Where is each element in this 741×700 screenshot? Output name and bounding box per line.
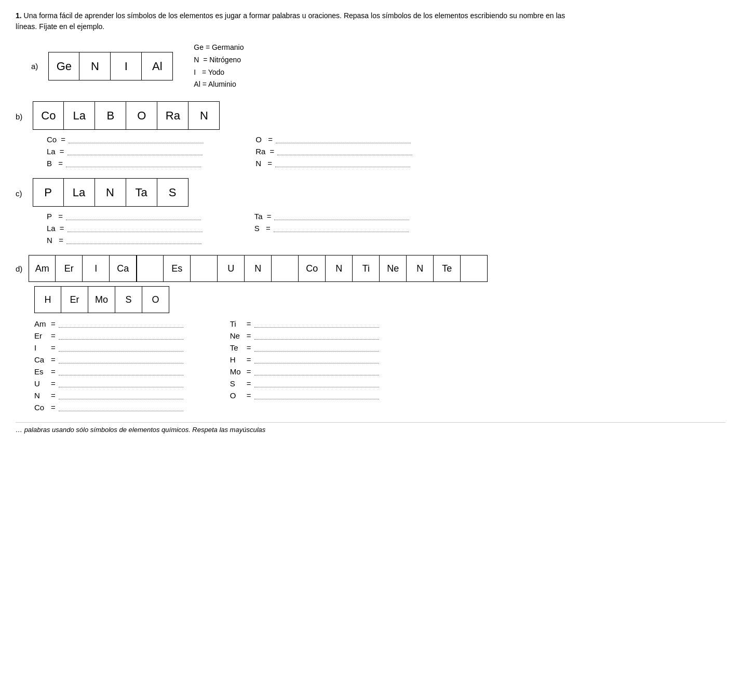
section-a-elements: Ge N I Al [48,52,173,80]
section-b-fill-left: Co = La = B = [47,135,204,168]
element-box-S: S [157,178,188,207]
section-c-elements: P La N Ta S [33,178,188,207]
fill-H-line[interactable] [254,356,379,364]
fill-Am: Am = [34,319,183,328]
fill-Te-line[interactable] [254,344,379,352]
d-N: N [245,255,272,282]
element-box-Al: Al [142,52,173,80]
fill-Am-line[interactable] [59,320,183,328]
section-d-word1: Am Er I Ca Es U N Co N Ti Ne N Te [29,255,488,282]
fill-O2-line[interactable] [254,392,379,399]
section-c: c) P La N Ta S P = La = N = [16,178,725,245]
d-I: I [83,255,110,282]
question-number: 1. [16,11,22,20]
fill-Te: Te = [230,343,379,352]
fill-Co-line[interactable] [69,136,204,143]
fill-S2: S = [230,379,379,388]
section-d-word2: H Er Mo S O [34,286,725,313]
fill-Mo-line[interactable] [254,368,379,375]
element-box-La2: La [64,178,95,207]
element-box-O: O [126,101,157,130]
element-box-I: I [111,52,142,80]
fill-N3-line[interactable] [59,392,183,399]
d-Mo: Mo [88,286,115,313]
fill-N3: N = [34,391,183,400]
fill-B-line[interactable] [66,160,201,167]
fill-N2-line[interactable] [66,237,201,244]
fill-Ti-line[interactable] [254,320,379,328]
fill-U-line[interactable] [59,380,183,387]
element-box-Ta: Ta [126,178,157,207]
fill-Ta: Ta = [254,212,410,221]
d-H: H [34,286,61,313]
fill-Co3: Co = [34,403,183,412]
d-Ti: Ti [353,255,380,282]
element-box-Ra: Ra [157,101,188,130]
fill-Co: Co = [47,135,204,144]
d-N2: N [326,255,353,282]
fill-Mo: Mo = [230,367,379,376]
section-b: b) Co La B O Ra N Co = La = B = [16,101,725,168]
fill-Ca: Ca = [34,355,183,364]
section-d-fill-left: Am = Er = I = Ca = Es = [34,319,183,412]
fill-H: H = [230,355,379,364]
fill-La-line[interactable] [68,148,203,155]
fill-O: O = [255,135,412,144]
question-text: Una forma fácil de aprender los símbolos… [16,11,565,31]
fill-O-line[interactable] [276,136,411,143]
element-box-Co: Co [33,101,64,130]
fill-S2-line[interactable] [254,380,379,387]
fill-N: N = [255,159,412,168]
fill-Er-line[interactable] [59,332,183,340]
section-b-fill-right: O = Ra = N = [255,135,412,168]
d-Er2: Er [61,286,88,313]
d-Te: Te [434,255,461,282]
example-legend: Ge = Germanio N = Nitrógeno I = Yodo Al … [194,42,244,91]
fill-Ca-line[interactable] [59,356,183,364]
fill-N-line[interactable] [275,160,410,167]
fill-O2: O = [230,391,379,400]
fill-La: La = [47,147,204,156]
element-box-N: N [79,52,111,80]
d-blank4[interactable] [461,255,488,282]
fill-P-line[interactable] [66,213,201,220]
legend-Al: Al = Aluminio [194,78,244,91]
section-c-fill-right: Ta = S = [254,212,410,245]
element-box-N3: N [95,178,126,207]
d-blank2[interactable] [191,255,218,282]
fill-Ra-line[interactable] [277,148,412,155]
legend-I: I = Yodo [194,66,244,79]
d-Co2: Co [299,255,326,282]
d-U: U [218,255,245,282]
fill-U: U = [34,379,183,388]
d-blank1[interactable] [137,255,164,282]
d-Es: Es [164,255,191,282]
fill-I2: I = [34,343,183,352]
fill-La2: La = [47,224,203,233]
fill-S-line[interactable] [274,225,409,232]
element-box-B: B [95,101,126,130]
fill-Ne-line[interactable] [254,332,379,340]
bottom-text: … palabras usando sólo símbolos de eleme… [16,422,725,434]
fill-Ti: Ti = [230,319,379,328]
section-b-label: b) [16,112,22,121]
section-d: d) Am Er I Ca Es U N Co N Ti Ne N Te H E… [16,255,725,412]
d-blank3[interactable] [272,255,299,282]
fill-Ta-line[interactable] [274,213,409,220]
element-box-P: P [33,178,64,207]
fill-I2-line[interactable] [59,344,183,352]
d-O: O [142,286,169,313]
d-S2: S [115,286,142,313]
legend-Ge: Ge = Germanio [194,42,244,54]
fill-S: S = [254,224,410,233]
section-d-label: d) [16,264,22,273]
fill-Er: Er = [34,331,183,340]
fill-Es-line[interactable] [59,368,183,375]
element-box-La: La [64,101,95,130]
element-box-Ge: Ge [48,52,79,80]
fill-La2-line[interactable] [68,225,203,232]
fill-Co3-line[interactable] [59,404,183,411]
legend-N: N = Nitrógeno [194,54,244,66]
d-N3: N [407,255,434,282]
fill-Ra: Ra = [255,147,412,156]
